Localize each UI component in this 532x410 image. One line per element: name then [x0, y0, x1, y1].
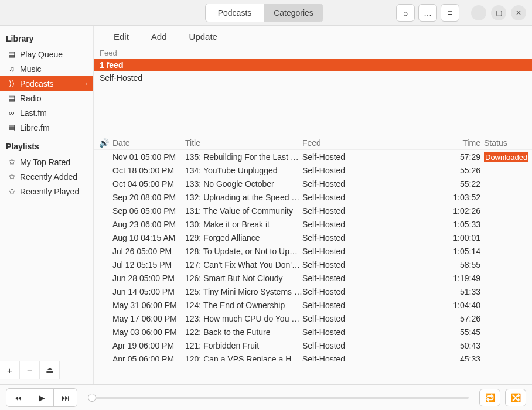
- play-button[interactable]: ▶: [30, 389, 53, 406]
- episode-title: 132: Uploading at the Speed …: [185, 193, 302, 202]
- episode-time: 57:26: [443, 314, 480, 323]
- episode-row[interactable]: Jun 28 05:00 PM126: Smart But Not Cloudy…: [94, 271, 532, 285]
- episode-row[interactable]: Oct 04 05:00 PM133: No Google OctoberSel…: [94, 177, 532, 190]
- episode-row[interactable]: Sep 20 08:00 PM132: Uploading at the Spe…: [94, 190, 532, 204]
- episode-date: Sep 06 05:00 PM: [110, 206, 185, 216]
- sidebar-item-label: Radio: [20, 94, 42, 103]
- previous-button[interactable]: ⏮: [6, 389, 30, 406]
- episode-title: 135: Rebuilding For the Last …: [185, 152, 302, 162]
- episode-row[interactable]: Jul 26 05:00 PM128: To Update, or Not to…: [94, 244, 532, 258]
- column-feed[interactable]: Feed: [302, 138, 443, 148]
- episode-row[interactable]: Apr 05 06:00 PM120: Can a VPS Replace a …: [94, 352, 532, 361]
- column-time[interactable]: Time: [443, 138, 480, 148]
- more-button[interactable]: …: [418, 4, 437, 22]
- sidebar-icon: ♫: [7, 64, 16, 73]
- episode-feed: Self-Hosted: [302, 260, 443, 269]
- column-date[interactable]: Date: [110, 138, 185, 148]
- sidebar-item-radio[interactable]: ▤Radio: [0, 91, 93, 105]
- episode-feed: Self-Hosted: [302, 354, 443, 361]
- sidebar-item-label: Music: [20, 64, 42, 74]
- titlebar: Podcasts Categories ⌕ … ≡ – ▢ ✕: [0, 0, 532, 26]
- sidebar-icon: ⟩⟩: [7, 79, 16, 88]
- sidebar-item-libre-fm[interactable]: ▤Libre.fm: [0, 120, 93, 135]
- episode-feed: Self-Hosted: [302, 193, 443, 202]
- main-content: Edit Add Update Feed 1 feedSelf-Hosted 🔊…: [94, 26, 532, 361]
- next-button[interactable]: ⏭: [53, 389, 77, 406]
- episode-feed: Self-Hosted: [302, 220, 443, 229]
- sidebar: Library ▤Play Queue♫Music⟩⟩Podcasts›▤Rad…: [0, 26, 94, 361]
- sidebar-playlist-recently-played[interactable]: ✩Recently Played: [0, 184, 93, 199]
- episode-time: 55:22: [443, 179, 480, 189]
- window-close-button[interactable]: ✕: [511, 5, 526, 20]
- playlist-add-button[interactable]: +: [0, 361, 20, 379]
- episode-date: Oct 04 05:00 PM: [110, 179, 185, 189]
- shuffle-button[interactable]: 🔀: [505, 389, 526, 406]
- playlist-remove-button[interactable]: −: [20, 361, 40, 379]
- episode-date: Apr 05 06:00 PM: [110, 354, 185, 361]
- podcast-toolbar: Edit Add Update: [94, 26, 532, 47]
- sidebar-playlist-my-top-rated[interactable]: ✩My Top Rated: [0, 155, 93, 169]
- sidebar-item-last-fm[interactable]: ∞Last.fm: [0, 105, 93, 120]
- toolbar-update-button[interactable]: Update: [189, 32, 217, 42]
- episode-row[interactable]: May 03 06:00 PM122: Back to the FutureSe…: [94, 325, 532, 339]
- episode-row[interactable]: Sep 06 05:00 PM131: The Value of Communi…: [94, 204, 532, 217]
- episode-row[interactable]: Oct 18 05:00 PM134: YouTube UnpluggedSel…: [94, 163, 532, 177]
- player-bar: ⏮ ▶ ⏭ 🔁 🔀: [0, 384, 532, 410]
- column-title[interactable]: Title: [185, 138, 302, 148]
- episode-time: 1:03:52: [443, 193, 480, 202]
- menu-button[interactable]: ≡: [441, 4, 459, 22]
- progress-slider[interactable]: [88, 397, 469, 399]
- window-minimize-button[interactable]: –: [471, 5, 486, 20]
- episode-title: 125: Tiny Mini Micro Systems …: [185, 287, 302, 296]
- sidebar-item-label: Last.fm: [20, 108, 47, 118]
- column-status[interactable]: Status: [480, 138, 528, 148]
- episode-title: 134: YouTube Unplugged: [185, 166, 302, 175]
- episode-time: 50:43: [443, 341, 480, 350]
- episode-row[interactable]: Nov 01 05:00 PM135: Rebuilding For the L…: [94, 150, 532, 163]
- episode-feed: Self-Hosted: [302, 166, 443, 175]
- sidebar-item-music[interactable]: ♫Music: [0, 62, 93, 76]
- progress-knob[interactable]: [88, 394, 96, 402]
- episode-row[interactable]: Apr 19 06:00 PM121: Forbidden FruitSelf-…: [94, 339, 532, 352]
- toolbar-edit-button[interactable]: Edit: [114, 32, 129, 42]
- sidebar-item-label: Podcasts: [20, 79, 54, 88]
- episode-row[interactable]: Aug 10 04:15 AM129: Forged AllianceSelf-…: [94, 231, 532, 244]
- episode-time: 45:33: [443, 354, 480, 361]
- episode-feed: Self-Hosted: [302, 247, 443, 256]
- more-icon: …: [424, 8, 432, 18]
- episode-title: 131: The Value of Community: [185, 206, 302, 216]
- column-speaker[interactable]: 🔊: [97, 138, 110, 148]
- skip-forward-icon: ⏭: [62, 393, 70, 402]
- feed-row[interactable]: Self-Hosted: [94, 71, 532, 84]
- episode-title: 128: To Update, or Not to Up…: [185, 247, 302, 256]
- episode-date: Jul 26 05:00 PM: [110, 247, 185, 256]
- episode-row[interactable]: Jul 12 05:15 PM127: Can't Fix What You D…: [94, 258, 532, 271]
- episode-row[interactable]: Jun 14 05:00 PM125: Tiny Mini Micro Syst…: [94, 285, 532, 298]
- episode-title: 126: Smart But Not Cloudy: [185, 274, 302, 283]
- feed-row[interactable]: 1 feed: [94, 59, 532, 71]
- toolbar-add-button[interactable]: Add: [151, 32, 167, 42]
- sidebar-item-label: Recently Added: [20, 172, 77, 182]
- episode-row[interactable]: Aug 23 06:00 PM130: Make it or Break itS…: [94, 217, 532, 231]
- tab-podcasts[interactable]: Podcasts: [206, 4, 264, 22]
- window-maximize-button[interactable]: ▢: [491, 5, 506, 20]
- episode-row[interactable]: May 31 06:00 PM124: The End of Ownership…: [94, 298, 532, 312]
- episode-time: 58:55: [443, 260, 480, 269]
- episode-list[interactable]: Nov 01 05:00 PM135: Rebuilding For the L…: [94, 150, 532, 361]
- play-controls: ⏮ ▶ ⏭: [6, 388, 77, 407]
- status-badge: Downloaded: [484, 152, 528, 162]
- feed-column-header[interactable]: Feed: [94, 47, 532, 59]
- sidebar-item-podcasts[interactable]: ⟩⟩Podcasts›: [0, 76, 93, 91]
- episode-row[interactable]: May 17 06:00 PM123: How much CPU do You …: [94, 312, 532, 325]
- shuffle-icon: 🔀: [511, 393, 521, 402]
- sidebar-playlist-recently-added[interactable]: ✩Recently Added: [0, 169, 93, 184]
- episode-feed: Self-Hosted: [302, 152, 443, 162]
- episode-time: 55:26: [443, 166, 480, 175]
- tab-categories[interactable]: Categories: [264, 4, 323, 22]
- sidebar-item-play-queue[interactable]: ▤Play Queue: [0, 47, 93, 62]
- episode-date: May 03 06:00 PM: [110, 327, 185, 337]
- sidebar-item-label: Recently Played: [20, 187, 79, 196]
- eject-button[interactable]: ⏏: [40, 361, 60, 379]
- search-button[interactable]: ⌕: [396, 4, 415, 22]
- repeat-button[interactable]: 🔁: [479, 389, 500, 406]
